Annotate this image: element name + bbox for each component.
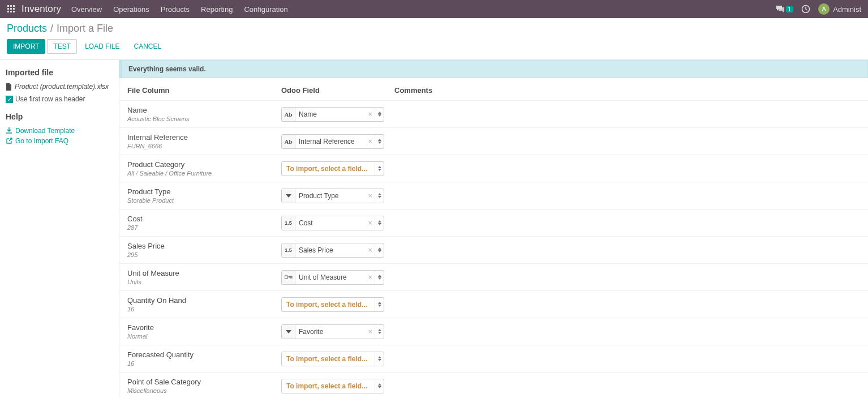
file-column-sample: FURN_6666 (127, 143, 281, 149)
caret-icon[interactable] (375, 298, 384, 311)
breadcrumb-parent[interactable]: Products (7, 23, 47, 35)
field-placeholder: To import, select a field... (282, 382, 375, 390)
breadcrumb-sep: / (50, 23, 53, 35)
action-row: IMPORT TEST LOAD FILE CANCEL (0, 36, 868, 60)
first-row-checkbox[interactable]: ✓ Use first row as header (6, 95, 113, 103)
cancel-button[interactable]: CANCEL (127, 39, 167, 54)
file-column-sample: Units (127, 279, 281, 285)
file-column-name: Product Type (127, 187, 281, 196)
file-column-sample: Miscellaneous (127, 387, 281, 394)
caret-icon[interactable] (375, 162, 384, 176)
odoo-field-cell: 1.5Sales Price× (281, 243, 394, 258)
odoo-field-cell: To import, select a field... (281, 379, 394, 393)
file-column-sample: Storable Product (127, 197, 281, 204)
field-placeholder: To import, select a field... (282, 301, 375, 309)
apps-icon[interactable] (7, 5, 16, 14)
field-value: Sales Price (295, 246, 366, 254)
mapping-row: Product TypeStorable ProductProduct Type… (119, 182, 868, 209)
clear-icon[interactable]: × (366, 327, 375, 336)
field-type-badge (282, 325, 295, 339)
field-select[interactable]: Unit of Measure× (281, 270, 384, 285)
field-select[interactable]: 1.5Sales Price× (281, 243, 384, 258)
header-odoo-field: Odoo Field (281, 86, 394, 95)
odoo-field-cell: AbName× (281, 107, 394, 122)
load-file-button[interactable]: LOAD FILE (79, 39, 126, 54)
mapping-row: Forecasted Quantity16To import, select a… (119, 345, 868, 372)
mapping-header: File Column Odoo Field Comments (119, 78, 868, 100)
caret-icon[interactable] (375, 325, 384, 339)
validation-alert: Everything seems valid. (119, 60, 868, 78)
field-value: Unit of Measure (295, 273, 366, 281)
caret-icon[interactable] (375, 352, 384, 366)
svg-rect-8 (13, 11, 15, 12)
file-column-sample: 16 (127, 360, 281, 367)
import-faq-link[interactable]: Go to Import FAQ (6, 137, 113, 145)
field-type-badge (282, 189, 295, 203)
file-icon (6, 83, 12, 91)
field-select[interactable]: Favorite× (281, 324, 384, 339)
file-column-cell: Sales Price295 (127, 242, 281, 258)
field-type-badge: 1.5 (282, 216, 295, 230)
svg-rect-11 (290, 276, 292, 278)
file-column-sample: 295 (127, 251, 281, 258)
odoo-field-cell: Product Type× (281, 189, 394, 203)
chat-badge: 1 (786, 6, 794, 12)
file-column-name: Point of Sale Category (127, 378, 281, 386)
clear-icon[interactable]: × (366, 191, 375, 200)
caret-icon[interactable] (375, 108, 384, 121)
field-select[interactable]: AbName× (281, 107, 384, 122)
file-column-name: Sales Price (127, 242, 281, 250)
caret-icon[interactable] (375, 243, 384, 257)
field-select[interactable]: 1.5Cost× (281, 216, 384, 230)
field-select[interactable]: To import, select a field... (281, 297, 384, 312)
download-icon (6, 127, 12, 134)
field-select[interactable]: AbInternal Reference× (281, 134, 384, 149)
activities-icon[interactable] (801, 5, 810, 14)
chat-icon[interactable]: 1 (776, 5, 794, 13)
svg-rect-1 (10, 5, 12, 7)
nav-operations[interactable]: Operations (113, 5, 149, 14)
mapping-row: NameAcoustic Bloc ScreensAbName× (119, 100, 868, 127)
clear-icon[interactable]: × (366, 219, 375, 227)
svg-rect-2 (13, 5, 15, 7)
odoo-field-cell: Unit of Measure× (281, 270, 394, 285)
import-faq-label: Go to Import FAQ (15, 137, 68, 145)
file-column-sample: Acoustic Bloc Screens (127, 115, 281, 122)
odoo-field-cell: 1.5Cost× (281, 216, 394, 230)
test-button[interactable]: TEST (47, 39, 77, 54)
nav-overview[interactable]: Overview (71, 5, 102, 14)
field-select[interactable]: To import, select a field... (281, 161, 384, 176)
field-type-badge: 1.5 (282, 243, 295, 257)
app-name[interactable]: Inventory (22, 3, 61, 15)
clear-icon[interactable]: × (366, 110, 375, 118)
user-name: Administ (833, 5, 861, 14)
mapping-row: Point of Sale CategoryMiscellaneousTo im… (119, 372, 868, 398)
nav-configuration[interactable]: Configuration (244, 5, 287, 14)
clear-icon[interactable]: × (366, 246, 375, 254)
mapping-row: Product CategoryAll / Saleable / Office … (119, 155, 868, 182)
field-select[interactable]: To import, select a field... (281, 379, 384, 393)
file-column-cell: Internal ReferenceFURN_6666 (127, 133, 281, 149)
svg-rect-0 (7, 5, 9, 7)
file-column-name: Internal Reference (127, 133, 281, 142)
main: Imported file Product (product.template)… (0, 60, 868, 398)
svg-rect-4 (10, 8, 12, 10)
clear-icon[interactable]: × (366, 273, 375, 281)
field-value: Internal Reference (295, 138, 366, 145)
nav-products[interactable]: Products (161, 5, 190, 14)
topbar: Inventory Overview Operations Products R… (0, 0, 868, 18)
import-button[interactable]: IMPORT (7, 39, 45, 54)
caret-icon[interactable] (375, 189, 384, 203)
caret-icon[interactable] (375, 135, 384, 148)
file-column-cell: Product TypeStorable Product (127, 187, 281, 204)
user-menu[interactable]: A Administ (818, 3, 861, 15)
file-name: Product (product.template).xlsx (15, 83, 109, 91)
field-select[interactable]: To import, select a field... (281, 352, 384, 366)
field-select[interactable]: Product Type× (281, 189, 384, 203)
clear-icon[interactable]: × (366, 137, 375, 145)
caret-icon[interactable] (375, 379, 384, 393)
caret-icon[interactable] (375, 216, 384, 230)
nav-reporting[interactable]: Reporting (201, 5, 233, 14)
caret-icon[interactable] (375, 271, 384, 284)
download-template-link[interactable]: Download Template (6, 127, 113, 135)
